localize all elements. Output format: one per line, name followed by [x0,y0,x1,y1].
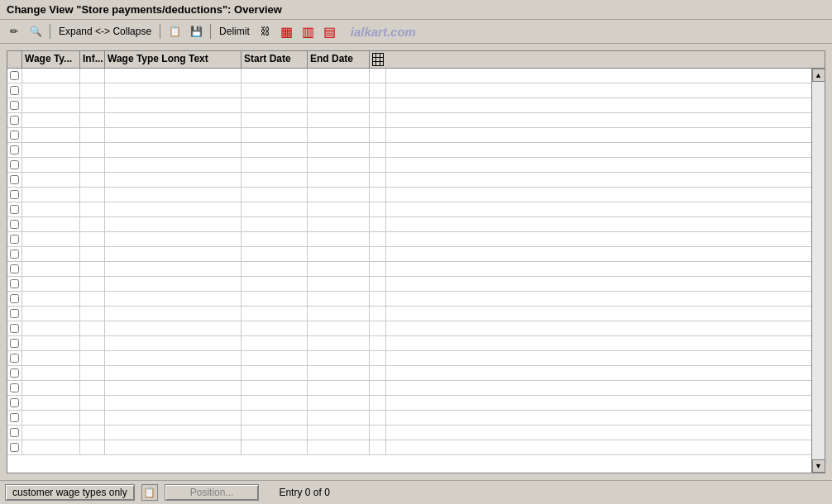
table-row[interactable] [7,217,825,232]
row-checkbox-cell[interactable] [7,366,22,380]
delimit-button[interactable]: Delimit [216,25,253,38]
row-checkbox[interactable] [10,398,19,407]
row-checkbox-cell[interactable] [7,128,22,142]
expand-collapse-button[interactable]: Expand <-> Collapse [55,25,155,38]
row-checkbox-cell[interactable] [7,217,22,231]
row-checkbox[interactable] [10,413,19,422]
row-checkbox[interactable] [10,175,19,184]
row-checkbox[interactable] [10,131,19,140]
row-checkbox[interactable] [10,160,19,169]
position-icon[interactable]: 📋 [141,484,158,501]
row-wage-type-cell [22,307,80,321]
table-row[interactable] [7,292,825,307]
row-checkbox-cell[interactable] [7,69,22,83]
table-row[interactable] [7,173,825,188]
row-checkbox[interactable] [10,279,19,288]
row-checkbox[interactable] [10,354,19,363]
table-red-icon-2[interactable]: ▥ [299,22,318,40]
table-row[interactable] [7,366,825,381]
row-checkbox-cell[interactable] [7,188,22,202]
table-row[interactable] [7,381,825,396]
scroll-track[interactable] [812,82,825,459]
vertical-scrollbar[interactable]: ▲ ▼ [811,69,825,473]
row-checkbox-cell[interactable] [7,202,22,216]
row-checkbox[interactable] [10,101,19,110]
row-checkbox-cell[interactable] [7,277,22,291]
row-checkbox[interactable] [10,339,19,348]
table-row[interactable] [7,336,825,351]
customer-wage-types-button[interactable]: customer wage types only [5,484,135,501]
row-checkbox-cell[interactable] [7,396,22,410]
row-checkbox-cell[interactable] [7,98,22,112]
table-row[interactable] [7,277,825,292]
table-row[interactable] [7,411,825,426]
table-red-icon-3[interactable]: ▤ [321,22,339,40]
table-row[interactable] [7,351,825,366]
save-icon[interactable]: 💾 [187,22,205,40]
row-checkbox-cell[interactable] [7,292,22,306]
row-checkbox[interactable] [10,220,19,229]
row-checkbox[interactable] [10,86,19,95]
table-row[interactable] [7,262,825,277]
row-checkbox[interactable] [10,428,19,437]
row-checkbox-cell[interactable] [7,247,22,261]
row-checkbox-cell[interactable] [7,426,22,440]
row-checkbox[interactable] [10,205,19,214]
row-checkbox[interactable] [10,235,19,244]
table-row[interactable] [7,396,825,411]
row-checkbox-cell[interactable] [7,440,22,454]
table-row[interactable] [7,202,825,217]
row-checkbox[interactable] [10,145,19,155]
row-checkbox-cell[interactable] [7,158,22,172]
row-checkbox[interactable] [10,294,19,303]
table-row[interactable] [7,69,825,83]
row-checkbox[interactable] [10,190,19,199]
column-settings-icon[interactable] [372,53,384,66]
row-start-date-cell [241,396,308,410]
row-checkbox[interactable] [10,309,19,318]
row-checkbox[interactable] [10,383,19,392]
table-row[interactable] [7,188,825,202]
table-row[interactable] [7,128,825,143]
row-checkbox[interactable] [10,368,19,378]
table-row[interactable] [7,440,825,455]
table-row[interactable] [7,321,825,336]
col-header-grid-icon[interactable] [370,51,386,68]
row-checkbox-cell[interactable] [7,83,22,97]
zoom-icon[interactable]: 🔍 [26,22,45,40]
row-checkbox[interactable] [10,264,19,273]
row-checkbox[interactable] [10,443,19,452]
chain-icon[interactable]: ⛓ [256,22,275,40]
row-checkbox[interactable] [10,116,19,125]
row-checkbox-cell[interactable] [7,321,22,335]
table-row[interactable] [7,158,825,173]
row-checkbox-cell[interactable] [7,351,22,365]
row-checkbox[interactable] [10,71,19,80]
row-checkbox-cell[interactable] [7,411,22,425]
row-checkbox-cell[interactable] [7,173,22,187]
table-row[interactable] [7,232,825,247]
table-row[interactable] [7,83,825,98]
scroll-up-button[interactable]: ▲ [812,69,825,82]
row-wage-type-cell [22,366,80,380]
table-row[interactable] [7,143,825,158]
row-checkbox-cell[interactable] [7,262,22,276]
scroll-down-button[interactable]: ▼ [812,459,825,473]
row-checkbox-cell[interactable] [7,336,22,350]
table-row[interactable] [7,307,825,321]
row-checkbox-cell[interactable] [7,307,22,321]
row-checkbox-cell[interactable] [7,113,22,127]
table-row[interactable] [7,247,825,262]
row-checkbox-cell[interactable] [7,232,22,246]
row-checkbox-cell[interactable] [7,143,22,157]
row-checkbox[interactable] [10,324,19,333]
table-row[interactable] [7,98,825,113]
table-row[interactable] [7,426,825,440]
row-checkbox-cell[interactable] [7,381,22,395]
row-checkbox[interactable] [10,250,19,259]
pencil-icon[interactable]: ✏ [5,22,23,40]
copy-icon-1[interactable]: 📋 [165,22,184,40]
position-button[interactable]: Position... [165,484,260,501]
table-red-icon-1[interactable]: ▦ [278,22,296,40]
table-row[interactable] [7,113,825,128]
